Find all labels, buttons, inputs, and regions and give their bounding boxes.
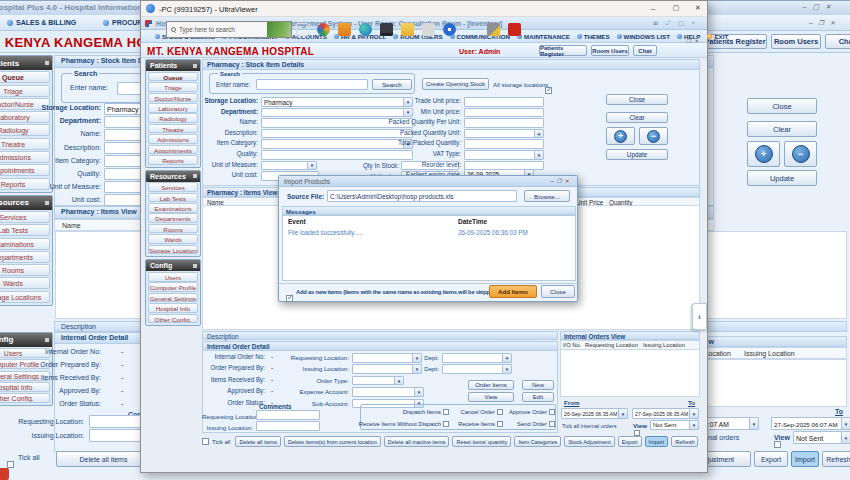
sidebar-item[interactable]: Users [148, 272, 198, 282]
to-date-picker[interactable]: 27-Sep-2025 06:35 AM [632, 408, 699, 419]
issuing-dept-select[interactable] [442, 364, 512, 374]
order-items-button[interactable]: Order Items [468, 380, 514, 390]
bg-room-users-button[interactable]: Room Users [771, 34, 821, 49]
total-packed-qty-input[interactable] [464, 139, 544, 149]
bg-section-header[interactable]: Config [0, 333, 52, 347]
sidebar-item[interactable]: Theatre [148, 124, 198, 134]
packed-qty-unit-select[interactable] [464, 129, 544, 139]
pin-icon[interactable] [45, 338, 49, 342]
requesting-dept-select[interactable] [442, 353, 512, 363]
pin-icon[interactable] [193, 64, 197, 68]
view-button[interactable]: View [468, 392, 514, 402]
search-button[interactable]: Search [372, 79, 412, 90]
datetime-column-header[interactable]: DateTime [458, 218, 487, 225]
menu-item[interactable]: COMMUNICATION [450, 33, 511, 40]
requesting-location-input[interactable] [256, 410, 320, 420]
sidebar-item[interactable]: Appointments [148, 145, 198, 155]
dialog-close-button[interactable]: Close [541, 285, 575, 298]
browse-button[interactable]: Browse... [524, 190, 570, 202]
maximize-icon[interactable]: ▢ [669, 4, 683, 14]
checkbox[interactable] [443, 409, 449, 415]
checkbox[interactable] [497, 409, 503, 415]
pin-icon[interactable] [193, 264, 197, 268]
name-column-header[interactable]: Name [62, 222, 81, 229]
store-icon[interactable] [338, 23, 351, 36]
room-users-button[interactable]: Room Users [591, 45, 629, 56]
source-file-input[interactable]: C:\Users\Admin\Desktop\hosp products.xls [327, 190, 517, 202]
close-icon[interactable] [564, 178, 572, 184]
laptop-app-icon[interactable] [380, 23, 393, 36]
checkbox[interactable] [549, 409, 555, 415]
bg-export-button[interactable]: Export [754, 451, 788, 467]
add-as-new-items-checkbox[interactable] [286, 295, 293, 302]
task-view-icon[interactable] [296, 23, 309, 36]
sidebar-item[interactable]: Storage Locations [0, 291, 50, 303]
order-action-option[interactable]: Approve Order [505, 409, 557, 415]
orders-column-header[interactable]: Issuing Location [643, 342, 695, 348]
edit-button[interactable]: Edit [522, 392, 554, 402]
bg-clear-button[interactable]: Clear [747, 121, 817, 137]
sidebar-item[interactable]: Departments [148, 213, 198, 223]
red-app-icon[interactable] [508, 23, 521, 36]
sidebar-item[interactable]: Examinations [148, 203, 198, 213]
notes-app-icon[interactable] [422, 23, 435, 36]
sidebar-item[interactable]: Admissions [148, 134, 198, 144]
chat-button[interactable]: Chat [633, 45, 657, 56]
sidebar-item[interactable]: Doctor/Nurse [148, 93, 198, 103]
close-icon[interactable]: ✕ [691, 4, 705, 14]
order-action-option[interactable]: Send Order [505, 421, 557, 427]
sidebar-item[interactable]: General Settings [148, 293, 198, 303]
bg-view-filter-select[interactable]: Not Sent [793, 431, 850, 444]
browser-icon[interactable] [317, 23, 330, 36]
section-header-config[interactable]: Config [146, 260, 200, 271]
bg-add-row-button[interactable]: + [747, 141, 780, 167]
sidebar-item[interactable]: Hospital Info [148, 303, 198, 313]
file-explorer-icon[interactable] [401, 23, 414, 36]
quantity-column-header[interactable]: Quantity [609, 199, 632, 206]
search-input[interactable] [256, 79, 368, 90]
bg-to-date-picker[interactable]: 27-Sep-2025 06:07 AM [771, 417, 850, 430]
bottom-toolbar-button[interactable]: Refresh [671, 436, 698, 447]
sidebar-item[interactable]: Lab Tests [0, 224, 50, 236]
menu-item[interactable]: THEMES [577, 33, 610, 40]
clear-button[interactable]: Clear [606, 112, 668, 123]
sidebar-item[interactable]: Rooms [0, 264, 50, 276]
from-date-picker[interactable]: 26-Sep-2025 06:35 AM [561, 408, 628, 419]
taskbar-search-box[interactable]: Type here to search [166, 21, 292, 38]
vat-type-select[interactable] [464, 150, 544, 160]
sidebar-item[interactable]: Radiology [148, 113, 198, 123]
sidebar-item[interactable]: Examinations [0, 238, 50, 250]
sidebar-item[interactable]: Departments [0, 251, 50, 263]
view-filter-select[interactable]: Not Sent [650, 420, 699, 430]
sidebar-item[interactable]: Queue [148, 72, 198, 82]
order-action-option[interactable]: Receive Items Without Dispatch [363, 421, 451, 427]
issuing-location-input[interactable] [256, 421, 320, 431]
sidebar-item[interactable]: Triage [0, 85, 50, 97]
sidebar-item[interactable]: Queue [0, 71, 50, 83]
order-type-select[interactable] [352, 376, 404, 386]
order-action-option[interactable]: Dispatch Items [363, 409, 451, 415]
bg-tick-all-checkbox[interactable] [7, 461, 14, 468]
requesting-location-select[interactable] [352, 353, 422, 363]
sidebar-item[interactable]: Other Config. [148, 314, 198, 324]
section-header-resources[interactable]: Resources [146, 171, 200, 182]
minimize-icon[interactable]: – [646, 4, 660, 14]
name-column-header[interactable]: Name [207, 199, 224, 206]
remote-view-controls[interactable]: ⊞ ⤢ ▢ ˅ [653, 19, 698, 27]
unit-of-measure-select[interactable] [261, 161, 317, 171]
unit-price-column-header[interactable]: Unit Price [576, 199, 603, 206]
orders-column-header[interactable]: I/O No. [561, 342, 585, 348]
sidebar-item[interactable]: Services [148, 182, 198, 192]
menu-item[interactable]: MAINTENANCE [517, 33, 570, 40]
taskbar-app-icon-red[interactable] [0, 468, 9, 480]
sidebar-item[interactable]: Rooms [148, 224, 198, 234]
bottom-toolbar-button[interactable]: Stock Adjustment [564, 436, 615, 447]
all-storage-locations-checkbox[interactable] [545, 87, 552, 94]
tools-app-icon[interactable] [487, 23, 500, 36]
bg-import-button[interactable]: Import [791, 451, 819, 467]
bg-delete-all-items-button[interactable]: Delete all items [56, 451, 151, 467]
edge-icon[interactable] [359, 23, 372, 36]
tick-all-checkbox[interactable] [202, 438, 209, 445]
order-action-option[interactable]: Cancel Order [451, 409, 505, 415]
section-header-patients[interactable]: Patients [146, 60, 200, 71]
